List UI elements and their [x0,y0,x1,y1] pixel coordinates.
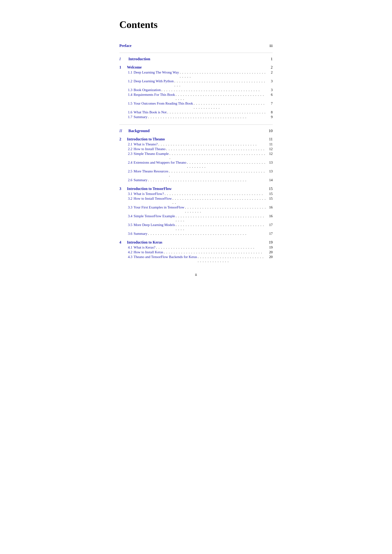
section-number: 3.5 [119,223,133,227]
section-dots: . . . . . . . . . . . . . . . . . . . . … [174,79,267,87]
chapter-row-1: 1 Welcome 2 [119,63,273,70]
section-page: 7 [267,102,273,105]
chapter-4-sections: 4.1What is Keras? . . . . . . . . . . . … [119,245,273,263]
section-row: 3.3Your First Examples in TensorFlow . .… [119,205,273,214]
section-title: How to Install Theano [133,147,165,151]
section-row: 4.2How to Install Keras . . . . . . . . … [119,250,273,255]
chapter-row-4: 4 Introduction to Keras 19 [119,238,273,245]
section-page: 19 [267,245,273,249]
section-number: 1.7 [119,115,133,119]
section-page: 3 [267,88,273,92]
section-row: 1.4Requirements For This Book . . . . . … [119,92,273,101]
section-dots: . . . . . . . . . . . . . . . . . . . . … [175,93,267,101]
section-dots: . . . . . . . . . . . . . . . . . . . . … [168,169,267,177]
section-number: 2.2 [119,147,133,151]
section-row: 3.4Simple TensorFlow Example . . . . . .… [119,214,273,222]
section-title: More Theano Resources [133,169,168,173]
page-title: Contents [119,19,273,30]
section-number: 2.1 [119,142,133,146]
chapter-num-1: 1 [119,65,127,69]
section-page: 8 [267,110,273,114]
section-title: Your Outcomes From Reading This Book [133,102,193,105]
section-dots: . . . . . . . . . . . . . . . . . . . . … [197,255,267,263]
section-page: 20 [267,255,273,259]
section-title: Theano and TensorFlow Backends for Keras [133,255,197,259]
section-page: 11 [267,142,273,146]
section-page: 17 [267,223,273,227]
chapter-title-4: Introduction to Keras [127,240,269,244]
section-title: More Deep Learning Models [133,223,175,227]
section-number: 1.3 [119,88,133,92]
section-page: 16 [267,214,273,218]
section-number: 1.6 [119,110,133,114]
section-row: 4.1What is Keras? . . . . . . . . . . . … [119,245,273,250]
section-number: 4.3 [119,255,133,259]
section-title: How to Install Keras [133,250,163,254]
chapter-page-1: 2 [271,65,273,69]
part-page-2: 10 [269,129,273,133]
section-page: 14 [267,178,273,182]
section-number: 2.4 [119,160,133,165]
section-page: 2 [267,70,273,75]
section-title: Extensions and Wrappers for Theano [133,160,186,165]
chapter-3-sections: 3.1What is TensorFlow? . . . . . . . . .… [119,191,273,236]
section-dots: . . . . . . . . . . . . . . . . . . . . … [186,160,267,169]
section-title: Requirements For This Book [133,93,175,97]
section-title: Deep Learning With Python [133,79,174,83]
chapter-1-sections: 1.1Deep Learning The Wrong Way . . . . .… [119,70,273,119]
chapter-num-3: 3 [119,187,127,191]
chapter-title-2: Introduction to Theano [127,137,269,141]
section-page: 9 [267,115,273,119]
section-row: 2.6Summary . . . . . . . . . . . . . . .… [119,178,273,182]
section-number: 2.5 [119,169,133,173]
section-title: Your First Examples in TensorFlow [133,205,184,209]
section-row: 2.4Extensions and Wrappers for Theano . … [119,160,273,169]
section-row: 1.2Deep Learning With Python . . . . . .… [119,79,273,88]
chapter-title-3: Introduction to TensorFlow [127,187,269,191]
section-dots: . . . . . . . . . . . . . . . . . . . . … [147,115,267,119]
section-row: 2.2How to Install Theano . . . . . . . .… [119,146,273,151]
section-number: 1.5 [119,102,133,105]
chapter-page-4: 19 [269,240,273,244]
section-dots: . . . . . . . . . . . . . . . . . . . . … [169,152,267,160]
section-number: 3.6 [119,232,133,236]
part-roman-1: I [119,57,128,62]
section-dots: . . . . . . . . . . . . . . . . . . . . … [184,205,267,214]
section-title: Book Organization [133,88,161,92]
section-dots: . . . . . . . . . . . . . . . . . . . . … [155,245,267,249]
section-title: What is Keras? [133,245,155,249]
chapter-row-3: 3 Introduction to TensorFlow 15 [119,185,273,191]
section-dots: . . . . . . . . . . . . . . . . . . . . … [165,147,267,151]
section-row: 2.3Simple Theano Example . . . . . . . .… [119,151,273,160]
section-dots: . . . . . . . . . . . . . . . . . . . . … [193,102,267,110]
section-page: 6 [267,93,273,97]
section-page: 16 [267,205,273,209]
section-number: 1.2 [119,79,133,83]
section-row: 1.5Your Outcomes From Reading This Book … [119,101,273,110]
section-page: 15 [267,192,273,196]
section-row: 4.3Theano and TensorFlow Backends for Ke… [119,255,273,263]
part-page-1: 1 [271,57,273,62]
page: Contents Preface iii I Introduction 1 1 … [98,0,294,296]
section-dots: . . . . . . . . . . . . . . . . . . . . … [175,214,267,222]
section-title: Deep Learning The Wrong Way [133,70,179,75]
section-page: 13 [267,160,273,165]
section-dots: . . . . . . . . . . . . . . . . . . . . … [167,110,267,114]
section-number: 2.6 [119,178,133,182]
part-title-2: Background [128,129,269,133]
section-title: What is TensorFlow? [133,192,164,196]
section-dots: . . . . . . . . . . . . . . . . . . . . … [175,223,267,231]
section-dots: . . . . . . . . . . . . . . . . . . . . … [172,197,267,205]
section-row: 2.5More Theano Resources . . . . . . . .… [119,169,273,178]
section-dots: . . . . . . . . . . . . . . . . . . . . … [147,178,267,182]
chapter-page-2: 11 [269,137,273,141]
part-row-1: I Introduction 1 [119,53,273,63]
part-row-2: II Background 10 [119,125,273,135]
preface-page: iii [270,44,273,48]
section-number: 4.1 [119,245,133,249]
section-title: Summary [133,178,147,182]
section-row: 3.2How to Install TensorFlow . . . . . .… [119,196,273,205]
section-dots: . . . . . . . . . . . . . . . . . . . . … [179,70,267,78]
section-title: How to Install TensorFlow [133,197,172,201]
section-title: Simple Theano Example [133,152,169,156]
